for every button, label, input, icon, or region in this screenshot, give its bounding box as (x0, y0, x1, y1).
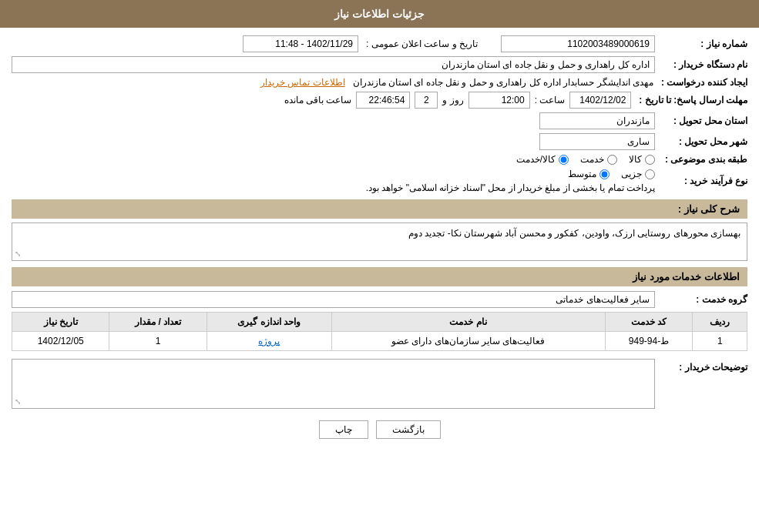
table-header-row: ردیف کد خدمت نام خدمت واحد اندازه گیری ت… (12, 313, 747, 332)
noeFarayand-row: نوع فرآیند خرید : جزیی متوسط پرداخت تمام… (12, 169, 747, 193)
ijadKonande-value-container: مهدی اندایشگر حسابدار اداره کل راهداری و… (12, 77, 653, 88)
col-tedad: تعداد / مقدار (109, 313, 207, 332)
tosifat-row: توضیحات خریدار : ⤡ (12, 359, 747, 409)
tosifat-box: ⤡ (12, 359, 655, 409)
tosifat-label: توضیحات خریدار : (655, 359, 747, 373)
col-kodKhadamat: کد خدمت (605, 313, 693, 332)
page-wrapper: جزئیات اطلاعات نیاز شماره نیاز : 1102003… (0, 0, 759, 532)
sharhKoli-box: بهسازی محورهای روستایی ارزک، واودین، کفک… (12, 223, 747, 261)
noeFarayand-label: نوع فرآیند خرید : (655, 176, 747, 186)
mohlat-remaining: ساعت باقی مانده (284, 95, 352, 105)
gerohKhadamat-label: گروه خدمت : (655, 294, 747, 305)
mohlat-saat-label: ساعت : (535, 95, 566, 105)
namDastgah-label: نام دستگاه خریدار : (655, 59, 747, 70)
tabaqe-kala-label: کالا (629, 154, 642, 165)
tabaqe-label: طبقه بندی موضوعی : (655, 154, 747, 165)
services-table: ردیف کد خدمت نام خدمت واحد اندازه گیری ت… (12, 312, 747, 351)
mohlat-date: 1402/12/02 (569, 92, 631, 109)
mohlat-roz-label: روز و (442, 95, 463, 105)
tosifat-value-container: ⤡ (12, 359, 655, 409)
gerohKhadamat-value: سایر فعالیت‌های خدماتی (12, 291, 655, 308)
shahr-value-container: ساری (12, 133, 655, 150)
khadamat-section-title: اطلاعات خدمات مورد نیاز (12, 267, 747, 286)
noeFarayand-motevaset-item: متوسط (568, 169, 610, 179)
ijadKonande-row: ایجاد کننده درخواست : مهدی اندایشگر حساب… (12, 77, 747, 88)
cell-tedad: 1 (109, 332, 207, 351)
gerohKhadamat-value-container: سایر فعالیت‌های خدماتی (12, 291, 655, 308)
namDastgah-value-container: اداره کل راهداری و حمل و نقل جاده ای است… (12, 56, 655, 73)
mohlat-label: مهلت ارسال پاسخ: تا تاریخ : (631, 95, 747, 105)
noeFarayand-jozi-radio[interactable] (645, 169, 655, 179)
col-namKhadamat: نام خدمت (331, 313, 605, 332)
khadamat-title-text: اطلاعات خدمات مورد نیاز (633, 271, 740, 283)
col-radif: ردیف (693, 313, 747, 332)
ijadKonande-text: مهدی اندایشگر حسابدار اداره کل راهداری و… (353, 77, 653, 88)
col-vahed: واحد اندازه گیری (207, 313, 331, 332)
print-button[interactable]: چاپ (319, 420, 368, 439)
noeFarayand-jozi-item: جزیی (621, 169, 655, 179)
tabaqe-kala-radio[interactable] (645, 155, 655, 165)
tabaqe-kala-khadamat-label: کالا/خدمت (516, 154, 556, 165)
table-row: 1 ط-94-949 فعالیت‌های سایر سازمان‌های دا… (12, 332, 747, 351)
shahr-row: شهر محل تحویل : ساری (12, 133, 747, 150)
cell-vahed: پروژه (207, 332, 331, 351)
ostan-value-container: مازندران (12, 112, 655, 129)
gerohKhadamat-row: گروه خدمت : سایر فعالیت‌های خدماتی (12, 291, 747, 308)
sharhKoli-section-title: شرح کلی نیاز : (12, 199, 747, 219)
tabaqe-row: طبقه بندی موضوعی : کالا خدمت کالا/خدمت (12, 154, 747, 165)
namDastgah-value: اداره کل راهداری و حمل و نقل جاده ای است… (12, 56, 655, 73)
noeFarayand-motevaset-radio[interactable] (599, 169, 610, 179)
tabaqe-khadamat-item: خدمت (580, 154, 617, 165)
ijadKonande-label: ایجاد کننده درخواست : (653, 77, 747, 88)
cell-namKhadamat: فعالیت‌های سایر سازمان‌های دارای عضو (331, 332, 605, 351)
tabaqe-kala-khadamat-radio[interactable] (559, 155, 569, 165)
ostan-row: استان محل تحویل : مازندران (12, 112, 747, 129)
cell-kodKhadamat: ط-94-949 (605, 332, 693, 351)
ostan-label: استان محل تحویل : (655, 115, 747, 126)
noeFarayand-note: پرداخت تمام یا بخشی از مبلغ خریدار از مح… (366, 182, 655, 193)
tabaqe-value-container: کالا خدمت کالا/خدمت (12, 154, 655, 165)
noeFarayand-jozi-label: جزیی (621, 169, 642, 179)
taarikh-saat-label: تاریخ و ساعت اعلان عمومی : (366, 38, 478, 49)
mohlat-countdown: 22:46:54 (356, 92, 410, 109)
buttons-row: بازگشت چاپ (12, 420, 747, 439)
shomareNiaz-label: شماره نیاز : (655, 38, 747, 49)
mohlat-roz: 2 (415, 92, 438, 109)
taarikh-saat-value: 1402/11/29 - 11:48 (243, 35, 358, 52)
cell-vahed-link[interactable]: پروژه (258, 336, 280, 346)
cell-radif: 1 (693, 332, 747, 351)
shomareNiaz-value-container: 1102003489000619 تاریخ و ساعت اعلان عموم… (12, 35, 655, 52)
sharhKoli-title-text: شرح کلی نیاز : (678, 203, 740, 215)
shomareNiaz-value: 1102003489000619 (501, 35, 655, 52)
tabaqe-kala-khadamat-item: کالا/خدمت (516, 154, 569, 165)
mohlat-saat: 12:00 (468, 92, 530, 109)
sharhKoli-container: بهسازی محورهای روستایی ارزک، واودین، کفک… (12, 223, 747, 261)
noeFarayand-motevaset-label: متوسط (568, 169, 596, 179)
namDastgah-row: نام دستگاه خریدار : اداره کل راهداری و ح… (12, 56, 747, 73)
mohlat-value-container: 1402/12/02 ساعت : 12:00 روز و 2 22:46:54… (12, 92, 631, 109)
col-tarikh: تاریخ نیاز (12, 313, 109, 332)
back-button[interactable]: بازگشت (376, 420, 441, 439)
page-header: جزئیات اطلاعات نیاز (0, 0, 759, 28)
shahr-value: ساری (539, 133, 655, 150)
shahr-label: شهر محل تحویل : (655, 136, 747, 147)
ostan-value: مازندران (539, 112, 655, 129)
noeFarayand-value-container: جزیی متوسط پرداخت تمام یا بخشی از مبلغ خ… (12, 169, 655, 193)
page-title: جزئیات اطلاعات نیاز (334, 8, 425, 20)
tabaqe-khadamat-label: خدمت (580, 154, 604, 165)
tosifat-resize-icon: ⤡ (15, 397, 21, 406)
main-content: شماره نیاز : 1102003489000619 تاریخ و سا… (0, 28, 759, 454)
shomareNiaz-row: شماره نیاز : 1102003489000619 تاریخ و سا… (12, 35, 747, 52)
ijadKonande-link[interactable]: اطلاعات تماس خریدار (260, 77, 345, 88)
cell-tarikh: 1402/12/05 (12, 332, 109, 351)
col-indicator: ⤡ (15, 249, 21, 258)
mohlat-row: مهلت ارسال پاسخ: تا تاریخ : 1402/12/02 س… (12, 92, 747, 109)
tabaqe-khadamat-radio[interactable] (607, 155, 617, 165)
tabaqe-kala-item: کالا (629, 154, 655, 165)
sharhKoli-value: بهسازی محورهای روستایی ارزک، واودین، کفک… (408, 228, 741, 239)
